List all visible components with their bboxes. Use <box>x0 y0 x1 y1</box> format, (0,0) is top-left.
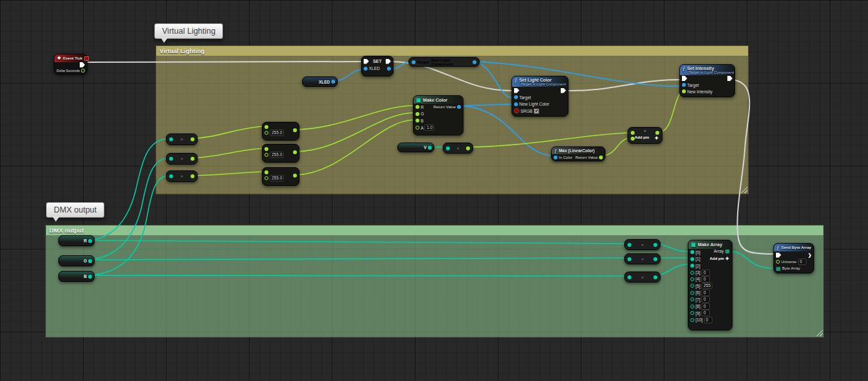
element-value-field[interactable]: 0 <box>701 310 710 316</box>
out-pin[interactable] <box>191 157 194 161</box>
xled-output-pin[interactable] <box>331 80 335 84</box>
node-set-light-color[interactable]: ƒ Set Light Color Target is Light Compon… <box>511 76 569 117</box>
out-pin[interactable] <box>653 257 657 261</box>
divisor-pin[interactable] <box>264 153 268 157</box>
in-pin[interactable] <box>628 257 631 261</box>
exec-out-pin[interactable] <box>386 59 391 64</box>
wire-divide-r-to-make-color-r[interactable] <box>296 106 414 130</box>
g-pin[interactable] <box>416 112 419 116</box>
target-in-pin[interactable] <box>412 60 416 64</box>
add-pin-label[interactable]: Add pin <box>635 135 649 139</box>
add-pin-icon[interactable]: ✚ <box>725 256 729 260</box>
target-pin[interactable] <box>514 95 518 99</box>
divisor-value-field[interactable]: 255.0 <box>270 175 284 181</box>
in-pin[interactable] <box>169 174 173 178</box>
add-pin-label[interactable]: Add pin <box>710 257 724 260</box>
node-get-xled[interactable]: XLED <box>302 76 338 87</box>
element-value-field[interactable]: 255 <box>701 283 712 289</box>
b-pin[interactable] <box>416 119 419 122</box>
wire-rect-light-to-set-light-color-target[interactable] <box>472 62 513 98</box>
wire-multiply-intensity-to-new-intensity[interactable] <box>659 92 681 132</box>
return-value-pin[interactable] <box>457 105 461 109</box>
array-element-pin[interactable] <box>690 297 694 301</box>
node-make-array[interactable]: ▦ Make Array [0] [1] [2] [3]0 [4]0 [5]25… <box>688 240 733 330</box>
srgb-checkbox[interactable]: ✔ <box>534 108 539 114</box>
element-value-field[interactable]: 0 <box>701 270 710 276</box>
in-pin[interactable] <box>169 157 173 161</box>
component-out-pin[interactable] <box>473 60 476 64</box>
wire-make-color-to-new-light-color[interactable] <box>461 104 513 106</box>
add-pin-icon[interactable]: ✚ <box>655 135 658 140</box>
element-value-field[interactable]: 0 <box>704 317 712 323</box>
array-element-pin[interactable] <box>690 257 694 261</box>
divisor-pin[interactable] <box>264 176 268 180</box>
array-element-pin[interactable] <box>690 311 694 315</box>
divisor-value-field[interactable]: 255.0 <box>270 130 284 136</box>
out-pin[interactable] <box>293 128 297 132</box>
out-pin[interactable] <box>653 275 657 279</box>
exec-in-pin[interactable] <box>514 88 519 93</box>
node-divide-g[interactable]: 255.0 <box>262 144 299 163</box>
exec-in-pin[interactable] <box>776 253 781 258</box>
blueprint-graph-canvas[interactable]: Virtual Lighting DMX output <box>0 0 868 381</box>
exec-in-pin[interactable] <box>682 76 687 81</box>
universe-value-field[interactable]: 0 <box>798 259 806 265</box>
node-event-tick[interactable]: ❖ Event Tick Delta Seconds <box>54 54 88 75</box>
out-pin[interactable] <box>293 174 297 178</box>
node-get-g[interactable]: G <box>58 255 95 266</box>
divisor-pin[interactable] <box>264 131 268 135</box>
node-set-xled[interactable]: SET XLED <box>361 56 393 76</box>
in-pin[interactable] <box>446 146 450 150</box>
byte-array-pin[interactable]: ▦ <box>776 266 781 271</box>
new-light-color-pin[interactable] <box>514 102 518 106</box>
element-value-field[interactable]: 0 <box>701 296 710 303</box>
node-send-byte-array[interactable]: ƒ Send Byte Array ❯ Universe 0 ▦ Byte Ar… <box>773 243 814 273</box>
new-intensity-pin[interactable] <box>682 89 686 93</box>
out-pin[interactable] <box>191 137 194 141</box>
in-pin[interactable] <box>264 125 268 129</box>
array-element-pin[interactable] <box>690 291 694 295</box>
wire-exec-set-intensity-to-send-byte-array[interactable] <box>732 80 775 254</box>
out-pin[interactable] <box>466 146 470 150</box>
node-max-linearcolor[interactable]: ƒ Max (LinearColor) In Color Return Valu… <box>551 146 605 161</box>
element-value-field[interactable]: 0 <box>701 290 710 296</box>
node-byte-g[interactable]: × <box>624 253 661 264</box>
wire-exec-event-tick-to-set[interactable] <box>84 62 364 62</box>
array-element-pin[interactable] <box>690 305 694 308</box>
node-divide-r[interactable]: 255.0 <box>262 122 299 141</box>
wire-rect-light-to-set-intensity-target[interactable] <box>472 62 681 86</box>
wire-multiply-g-to-divide-g[interactable] <box>189 148 264 158</box>
v-output-pin[interactable] <box>428 146 432 150</box>
array-element-pin[interactable] <box>690 250 694 254</box>
out-pin[interactable] <box>191 174 194 178</box>
node-get-rect-light-component[interactable]: Target Rect Light Component <box>408 57 480 67</box>
exec-in-pin[interactable] <box>364 59 369 64</box>
array-element-pin[interactable] <box>690 277 694 281</box>
in-color-pin[interactable] <box>554 156 557 159</box>
array-element-pin[interactable] <box>690 271 694 275</box>
node-byte-r[interactable]: × <box>624 239 661 250</box>
node-make-color[interactable]: ▦ Make Color R Return Value G B A 1.0 <box>413 95 463 135</box>
node-byte-b[interactable]: × <box>624 271 661 283</box>
node-multiply-intensity[interactable]: × Add pin ✚ <box>628 127 663 144</box>
node-set-intensity[interactable]: ƒ Set Intensity Target is Light Componen… <box>679 64 735 97</box>
array-output-pin[interactable]: ▦ <box>725 249 730 253</box>
return-value-pin[interactable] <box>599 156 603 159</box>
node-multiply-v[interactable]: × <box>443 143 473 154</box>
node-get-b[interactable]: B <box>58 271 95 282</box>
exec-out-pin[interactable] <box>561 88 566 93</box>
array-element-pin[interactable] <box>690 284 694 288</box>
wire-r-getter-to-multiply-r[interactable] <box>87 139 169 240</box>
in-pin[interactable] <box>628 243 631 247</box>
out-pin[interactable] <box>293 150 297 154</box>
in-pin[interactable] <box>264 147 268 151</box>
wire-g-getter-to-byte-g[interactable] <box>87 258 629 260</box>
wire-multiply-r-to-divide-r[interactable] <box>189 126 264 139</box>
node-get-v[interactable]: V <box>397 143 434 152</box>
divisor-value-field[interactable]: 255.0 <box>270 152 284 158</box>
a-value-field[interactable]: 1.0 <box>425 124 434 131</box>
in-pin[interactable] <box>264 170 268 174</box>
node-multiply-b[interactable]: × <box>166 170 198 182</box>
wire-b-getter-to-multiply-b[interactable] <box>87 176 169 275</box>
in-pin[interactable] <box>628 275 631 279</box>
